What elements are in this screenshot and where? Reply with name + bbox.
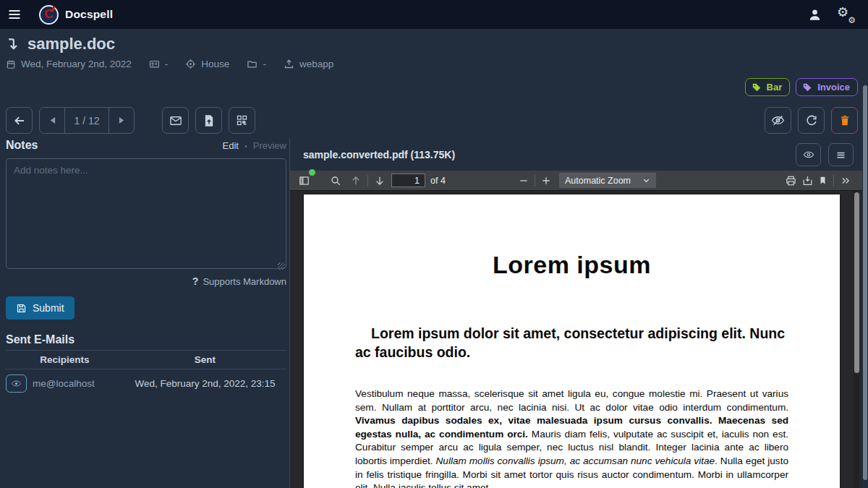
arrow-turn-down-icon — [6, 37, 20, 51]
menu-button[interactable] — [0, 0, 29, 29]
download-icon — [801, 175, 814, 187]
show-qr-button[interactable] — [229, 107, 255, 134]
send-mail-button[interactable] — [162, 107, 189, 134]
more-tools-button[interactable] — [838, 172, 854, 189]
page-count-label: of 4 — [430, 176, 446, 186]
pdfjs-toolbar: of 4 Automatic Zoom — [290, 171, 862, 191]
eye-icon — [11, 378, 22, 389]
brand[interactable]: C Docspell — [39, 5, 113, 25]
prev-page-button[interactable] — [40, 108, 64, 133]
settings-button[interactable]: ⚙⚙ — [833, 1, 859, 27]
id-card-icon — [149, 59, 160, 69]
tag-icon — [802, 82, 812, 93]
pdf-scrollbar[interactable] — [854, 191, 859, 488]
next-page-button[interactable] — [372, 172, 388, 189]
zoom-out-button[interactable] — [516, 172, 531, 189]
tag-invoice[interactable]: Invoice — [796, 78, 858, 96]
submit-label: Submit — [33, 302, 64, 314]
pdf-doc-title: Lorem ipsum — [355, 251, 788, 279]
column-recipients: Recipients — [6, 351, 124, 369]
hamburger-icon — [7, 7, 22, 22]
window-scrollbar-thumb[interactable] — [863, 85, 867, 480]
sent-email-row: me@localhost Wed, February 2nd, 2022, 23… — [6, 369, 286, 398]
bookmark-button[interactable] — [816, 172, 830, 189]
user-menu-button[interactable] — [801, 1, 827, 27]
find-button[interactable] — [328, 172, 344, 189]
add-files-button[interactable] — [195, 107, 222, 134]
rotate-right-icon — [805, 114, 818, 127]
reprocess-button[interactable] — [798, 107, 825, 134]
arrow-left-icon — [13, 114, 26, 127]
bookmark-icon — [818, 175, 827, 186]
toggle-preview-button[interactable] — [796, 143, 821, 166]
printer-icon — [785, 175, 797, 187]
correspondent: House — [201, 59, 229, 69]
trash-icon — [839, 114, 851, 127]
question-icon: ? — [192, 275, 199, 287]
attachment-file-label: sample.converted.pdf (113.75K) — [303, 149, 455, 160]
tags-row: Bar Invoice — [745, 78, 858, 96]
item-toolbar: 1 / 12 — [6, 107, 858, 134]
sidebar-toggle-icon — [298, 175, 310, 187]
notes-panel: Notes Edit • Preview ? Supports Markdown… — [6, 139, 286, 398]
arrow-down-icon — [374, 175, 386, 187]
sidebar-notification-dot — [309, 169, 315, 176]
sidebar-toggle-button[interactable] — [296, 172, 312, 189]
caret-left-icon — [49, 116, 56, 124]
notes-input[interactable] — [6, 158, 286, 269]
pdf-page: Lorem ipsum Lorem ipsum dolor sit amet, … — [304, 194, 840, 488]
pdf-scrollbar-thumb[interactable] — [854, 192, 859, 373]
tag-label: Bar — [767, 82, 783, 93]
attachment-pager: 1 / 12 — [39, 107, 135, 134]
page-indicator: 1 / 12 — [64, 108, 109, 133]
download-button[interactable] — [799, 172, 816, 189]
back-button[interactable] — [6, 107, 33, 134]
minus-icon — [519, 176, 529, 186]
bars-icon — [835, 150, 846, 160]
document-title: sample.doc — [27, 35, 115, 53]
page-number-input[interactable] — [391, 174, 425, 187]
crosshairs-icon — [185, 59, 196, 69]
next-page-button[interactable] — [109, 108, 134, 133]
view-mail-button[interactable] — [6, 374, 27, 393]
eye-icon — [803, 149, 814, 160]
markdown-hint-label: Supports Markdown — [203, 276, 286, 287]
markdown-hint[interactable]: ? Supports Markdown — [6, 275, 286, 287]
arrow-up-icon — [350, 175, 362, 187]
pdf-viewer[interactable]: Lorem ipsum Lorem ipsum dolor sit amet, … — [290, 191, 862, 488]
column-sent: Sent — [124, 351, 286, 369]
eye-slash-icon — [771, 114, 785, 127]
delete-button[interactable] — [831, 107, 858, 134]
caret-right-icon — [119, 116, 125, 124]
previous-page-button[interactable] — [348, 172, 364, 189]
app-name: Docspell — [65, 8, 113, 21]
window-scrollbar[interactable] — [862, 29, 868, 488]
user-icon — [808, 8, 822, 22]
chevron-down-icon — [642, 176, 650, 184]
search-icon — [330, 175, 341, 187]
notes-edit-link[interactable]: Edit — [222, 140, 238, 151]
attachment-panel: sample.converted.pdf (113.75K) — [289, 139, 862, 488]
sent-emails-table: Recipients Sent me@localhost Wed, Februa… — [6, 350, 286, 398]
dot-separator: • — [244, 142, 247, 150]
sent-emails-heading: Sent E-Mails — [6, 333, 286, 346]
tag-bar[interactable]: Bar — [745, 78, 791, 96]
concerning-person: - — [165, 59, 169, 69]
print-button[interactable] — [783, 172, 799, 189]
cogs-icon: ⚙⚙ — [838, 7, 854, 22]
zoom-mode-select[interactable]: Automatic Zoom — [559, 173, 656, 188]
notes-preview-link[interactable]: Preview — [253, 140, 286, 151]
submit-notes-button[interactable]: Submit — [6, 296, 75, 320]
qrcode-icon — [236, 114, 248, 127]
tag-label: Invoice — [817, 82, 850, 93]
save-icon — [16, 303, 27, 314]
envelope-icon — [169, 114, 182, 127]
attachment-menu-button[interactable] — [828, 143, 854, 166]
double-chevron-right-icon — [840, 176, 851, 186]
plus-icon — [541, 176, 551, 186]
unconfirm-button[interactable] — [765, 107, 791, 134]
document-date: Wed, February 2nd, 2022 — [21, 59, 132, 69]
docspell-logo-icon: C — [39, 5, 59, 25]
sent-value: Wed, February 2nd, 2022, 23:15 — [124, 369, 286, 398]
zoom-in-button[interactable] — [539, 172, 553, 189]
